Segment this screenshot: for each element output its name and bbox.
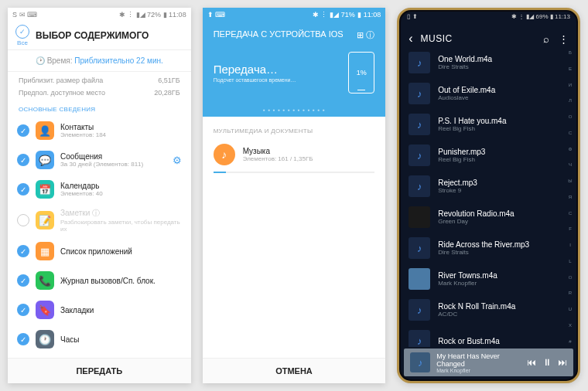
content-item[interactable]: ✓🕐Часы <box>8 325 191 354</box>
checkbox[interactable]: ✓ <box>17 304 29 316</box>
checkbox[interactable]: ✓ <box>17 333 29 345</box>
item-sub: Элементов: 184 <box>60 131 182 138</box>
track-row[interactable]: River Towns.m4aMark Knopfler <box>401 264 564 294</box>
alpha-letter[interactable]: I <box>566 243 575 247</box>
music-icon: ♪ <box>214 144 235 165</box>
album-art: ♪ <box>409 52 430 73</box>
track-row[interactable]: Revolution Radio.m4aGreen Day <box>401 202 564 233</box>
alpha-letter[interactable]: U <box>566 307 575 311</box>
checkbox[interactable] <box>17 214 29 226</box>
alpha-letter[interactable]: L <box>566 259 575 264</box>
more-icon[interactable]: ⋮ <box>559 33 569 45</box>
alpha-letter[interactable]: Е <box>566 66 575 71</box>
transfer-button[interactable]: ПЕРЕДАТЬ <box>8 358 191 383</box>
checkbox[interactable]: ✓ <box>17 124 29 137</box>
track-row[interactable]: ♪Punisher.mp3Reel Big Fish <box>401 140 564 171</box>
app-icon: 📞 <box>36 271 54 290</box>
alpha-letter[interactable]: Я <box>566 195 575 199</box>
track-row[interactable]: ♪Rock N Roll Train.m4aAC/DC <box>401 294 564 325</box>
track-title: Revolution Radio.m4a <box>438 209 556 218</box>
track-artist: Reel Big Fish <box>438 156 556 163</box>
alpha-letter[interactable]: X <box>566 323 575 328</box>
content-item[interactable]: ✓👤КонтактыЭлементов: 184 <box>8 116 191 145</box>
item-label: Календарь <box>60 182 182 190</box>
checkbox[interactable]: ✓ <box>17 183 29 196</box>
next-button[interactable]: ⏭ <box>558 357 567 368</box>
checkbox[interactable]: ✓ <box>17 245 29 257</box>
back-button[interactable]: ‹ <box>409 32 412 46</box>
checkbox[interactable]: ✓ <box>17 274 29 287</box>
now-playing-bar[interactable]: ♪ My Heart Has Never Changed Mark Knopfl… <box>404 348 573 376</box>
track-row[interactable]: ♪P.S. I Hate you.m4aReel Big Fish <box>401 109 564 140</box>
item-label: Список приложений <box>60 247 182 256</box>
track-list[interactable]: ♪One World.m4aDire Straits♪Out of Exile.… <box>401 47 564 347</box>
content-item[interactable]: 📝Заметки ⓘРазблокировать заметки, чтобы … <box>8 204 191 236</box>
app-icon: 🔖 <box>36 301 54 319</box>
content-item[interactable]: ✓💬СообщенияЗа 30 дней (Элементов: 811)⚙ <box>8 145 191 175</box>
album-art: ♪ <box>409 83 430 104</box>
app-icon: 📅 <box>36 180 54 199</box>
alpha-letter[interactable]: # <box>566 339 575 344</box>
track-row[interactable]: ♪Out of Exile.m4aAudioslave <box>401 78 564 109</box>
content-item[interactable]: ✓📅КалендарьЭлементов: 40 <box>8 175 191 204</box>
alpha-letter[interactable]: Ф <box>566 147 575 151</box>
status-bar: ⬆ ⌨ ✱ ⋮ ▮◢ 71% ▮ 11:08 <box>203 8 386 22</box>
content-item[interactable]: ✓🔖Закладки <box>8 295 191 325</box>
track-title: Rock N Roll Train.m4a <box>438 302 556 311</box>
alpha-letter[interactable]: Ч <box>566 162 575 167</box>
phone-icon: 1% <box>348 52 374 94</box>
now-playing-title: My Heart Has Never Changed <box>436 352 521 368</box>
app-icon: 💬 <box>36 151 54 169</box>
track-title: Ride Across the River.mp3 <box>438 240 556 249</box>
select-all-toggle[interactable]: ✓ Все <box>15 25 29 46</box>
section-header: МУЛЬТИМЕДИА И ДОКУМЕНТЫ <box>203 117 386 138</box>
alpha-letter[interactable]: C <box>566 211 575 216</box>
track-title: Punisher.mp3 <box>438 148 556 156</box>
estimated-time: 🕑 Время: Приблизительно 22 мин. <box>8 50 191 72</box>
alpha-letter[interactable]: F <box>566 226 575 231</box>
track-artist: Mark Knopfler <box>438 280 556 287</box>
track-row[interactable]: ♪Rock or Bust.m4a <box>401 325 564 347</box>
pause-button[interactable]: ⏸ <box>542 357 552 368</box>
file-size-row: Приблизит. размер файла6,51ГБ <box>8 72 191 89</box>
track-artist: AC/DC <box>438 311 556 318</box>
content-item[interactable]: ✓▦Список приложений <box>8 236 191 266</box>
screen-select-content: S ✉ ⌨ ✱ ⋮ ▮◢ 72% ▮ 11:08 ✓ Все ВЫБОР СОД… <box>8 8 191 383</box>
track-row[interactable]: ♪Ride Across the River.mp3Dire Straits <box>401 233 564 264</box>
page-title: ВЫБОР СОДЕРЖИМОГО <box>36 30 149 41</box>
track-title: River Towns.m4a <box>438 271 556 280</box>
app-icon: ▦ <box>36 242 54 260</box>
track-title: One World.m4a <box>438 55 556 63</box>
now-playing-artist: Mark Knopfler <box>436 368 521 373</box>
item-label: Заметки ⓘ <box>60 208 182 219</box>
prev-button[interactable]: ⏮ <box>527 357 536 368</box>
search-icon[interactable]: ⌕ <box>543 33 549 45</box>
free-space-row: Предпол. доступное место20,28ГБ <box>8 89 191 101</box>
cancel-button[interactable]: ОТМЕНА <box>203 358 386 383</box>
album-art: ♪ <box>409 114 430 135</box>
alpha-letter[interactable]: О <box>566 114 575 119</box>
alpha-letter[interactable]: С <box>566 131 575 135</box>
section-header: ОСНОВНЫЕ СВЕДЕНИЯ <box>8 101 191 116</box>
alpha-letter[interactable]: Л <box>566 98 575 103</box>
content-item[interactable]: ✓📞Журнал вызовов/Сп. блок. <box>8 266 191 295</box>
status-bar: S ✉ ⌨ ✱ ⋮ ▮◢ 72% ▮ 11:08 <box>8 8 191 22</box>
alpha-letter[interactable]: O <box>566 275 575 280</box>
header-icons: ⊞ ⓘ <box>357 29 374 41</box>
app-icon: 👤 <box>36 121 54 140</box>
alpha-scroller[interactable]: БЕИЛОСФЧЫЯCFILORUX# <box>566 50 575 344</box>
music-item[interactable]: ♪ Музыка Элементов: 161 / 1,35ГБ <box>203 138 386 172</box>
gear-icon[interactable]: ⚙ <box>173 155 182 166</box>
checkbox[interactable]: ✓ <box>17 154 29 166</box>
track-row[interactable]: ♪One World.m4aDire Straits <box>401 47 564 78</box>
alpha-letter[interactable]: Б <box>566 50 575 55</box>
album-art: ♪ <box>409 144 430 166</box>
album-art: ♪ <box>409 299 430 321</box>
track-artist: Stroke 9 <box>438 187 556 194</box>
alpha-letter[interactable]: Ы <box>566 178 575 183</box>
item-label: Закладки <box>60 306 182 314</box>
track-row[interactable]: ♪Reject.mp3Stroke 9 <box>401 171 564 202</box>
app-icon: 🕐 <box>36 330 54 348</box>
alpha-letter[interactable]: R <box>566 291 575 295</box>
alpha-letter[interactable]: И <box>566 83 575 87</box>
